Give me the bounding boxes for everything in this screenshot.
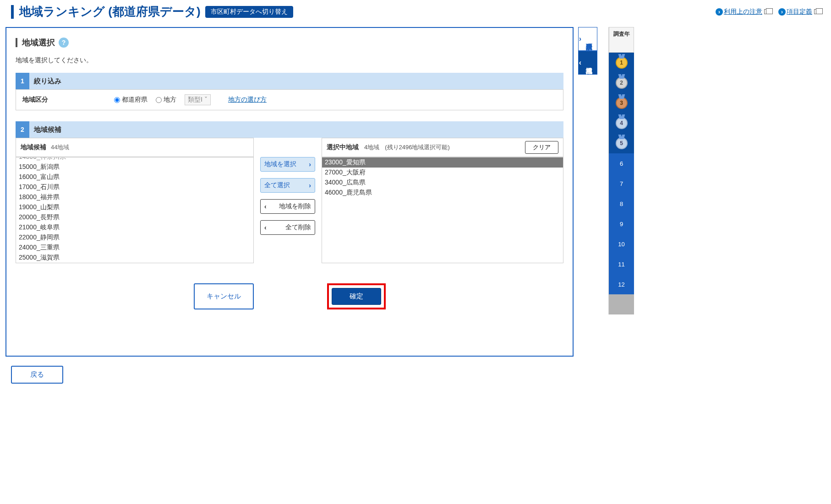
- popout-icon: [764, 9, 770, 14]
- rank-cell[interactable]: 12: [609, 274, 634, 294]
- selected-option[interactable]: 27000_大阪府: [322, 168, 563, 178]
- chevron-left-icon: ‹: [264, 203, 267, 210]
- rank-cell[interactable]: 9: [609, 214, 634, 234]
- link-label: 利用上の注意: [724, 8, 762, 16]
- link-label: 項目定義: [787, 8, 812, 16]
- candidate-option[interactable]: 14000_神奈川県: [16, 157, 253, 162]
- candidate-option[interactable]: 25000_滋賀県: [16, 253, 253, 263]
- transfer-buttons: 地域を選択 › 全て選択 › ‹ 地域を削除 ‹ 全て削除: [260, 157, 315, 235]
- candidate-option[interactable]: 20000_長野県: [16, 212, 253, 222]
- rank-cell-1[interactable]: 1: [609, 53, 634, 73]
- candidate-column: 地域候補 44地域 14000_神奈川県15000_新潟県16000_富山県17…: [16, 138, 254, 263]
- selected-option[interactable]: 23000_愛知県: [322, 157, 563, 168]
- medal-icon: 5: [616, 137, 628, 149]
- radio-label: 都道府県: [122, 96, 148, 104]
- clear-button[interactable]: クリア: [525, 141, 558, 154]
- select-all-button[interactable]: 全て選択 ›: [260, 178, 315, 193]
- rank-cell[interactable]: 7: [609, 173, 634, 194]
- radio-input[interactable]: [114, 97, 120, 103]
- radio-input[interactable]: [156, 97, 162, 103]
- confirm-button[interactable]: 確定: [332, 288, 381, 305]
- region-selection-panel: 地域選択 ? 地域を選択してください。 1 絞り込み 地域区分 都道府県 地方: [5, 27, 574, 357]
- back-button[interactable]: 戻る: [11, 366, 63, 384]
- candidate-option[interactable]: 21000_岐阜県: [16, 222, 253, 233]
- rank-cell-4[interactable]: 4: [609, 113, 634, 133]
- selected-header: 選択中地域 4地域 (残り2496地域選択可能) クリア: [322, 138, 563, 157]
- ranking-header: 調査年: [609, 27, 634, 53]
- select-value: 類型Ⅰ: [188, 96, 202, 103]
- selected-remaining: (残り2496地域選択可能): [385, 143, 450, 152]
- candidate-option[interactable]: 17000_石川県: [16, 182, 253, 192]
- selected-option[interactable]: 46000_鹿児島県: [322, 188, 563, 198]
- tab-display-items[interactable]: 表示項目選択 ›: [578, 27, 597, 51]
- rank-cell[interactable]: 11: [609, 254, 634, 274]
- chevron-left-icon: ‹: [579, 59, 581, 67]
- btn-label: 地域を削除: [279, 202, 311, 211]
- chevron-left-icon: ‹: [264, 224, 267, 231]
- tab-region-selection[interactable]: 地域選択 ‹: [578, 51, 597, 75]
- rank-cell-3[interactable]: 3: [609, 93, 634, 113]
- remove-region-button[interactable]: ‹ 地域を削除: [260, 199, 315, 214]
- selected-option[interactable]: 34000_広島県: [322, 178, 563, 188]
- page-title: 地域ランキング (都道府県データ): [19, 4, 201, 20]
- confirm-highlight: 確定: [327, 283, 386, 309]
- section-title: 絞り込み: [34, 77, 61, 86]
- section-1-bar: 1 絞り込み: [16, 73, 563, 89]
- rank-cell[interactable]: 6: [609, 153, 634, 173]
- candidate-option[interactable]: 22000_静岡県: [16, 233, 253, 243]
- section-2-bar: 2 地域候補: [16, 121, 563, 138]
- rank-cell-5[interactable]: 5: [609, 133, 634, 153]
- field-label: 地域区分: [22, 96, 114, 104]
- section-number: 2: [16, 121, 29, 138]
- candidate-option[interactable]: 24000_三重県: [16, 243, 253, 253]
- instruction-text: 地域を選択してください。: [16, 56, 563, 65]
- candidate-option[interactable]: 19000_山梨県: [16, 202, 253, 212]
- side-tabs: 表示項目選択 › 地域選択 ‹: [578, 27, 597, 75]
- btn-label: 全て削除: [285, 223, 311, 232]
- rank-cell[interactable]: 8: [609, 194, 634, 214]
- candidate-listbox[interactable]: 14000_神奈川県15000_新潟県16000_富山県17000_石川県180…: [16, 157, 254, 263]
- radio-prefecture[interactable]: 都道府県: [114, 96, 148, 104]
- medal-gold-icon: 1: [616, 57, 628, 69]
- ranking-sidebar: 調査年 1 2 3 4 5 6789101112: [608, 27, 634, 314]
- candidate-label: 地域候補: [21, 143, 46, 152]
- rank-cell-2[interactable]: 2: [609, 73, 634, 93]
- medal-icon: 4: [616, 117, 628, 129]
- btn-label: 全て選択: [264, 181, 290, 190]
- medal-silver-icon: 2: [616, 77, 628, 89]
- item-definitions-link[interactable]: › 項目定義: [778, 8, 820, 16]
- select-region-button[interactable]: 地域を選択 ›: [260, 157, 315, 172]
- switch-data-button[interactable]: 市区町村データへ切り替え: [205, 6, 293, 18]
- candidate-option[interactable]: 16000_富山県: [16, 172, 253, 182]
- top-links: › 利用上の注意 › 項目定義: [716, 8, 820, 16]
- region-help-link[interactable]: 地方の選び方: [228, 96, 267, 104]
- chevron-right-icon: ›: [579, 35, 581, 43]
- selected-listbox[interactable]: 23000_愛知県27000_大阪府34000_広島県46000_鹿児島県: [322, 157, 563, 263]
- rank-cell[interactable]: 10: [609, 234, 634, 254]
- narrowing-row: 地域区分 都道府県 地方 類型Ⅰ ˅ 地方の選び方: [16, 89, 563, 110]
- section-title: 地域候補: [34, 125, 61, 134]
- heading-text: 地域選択: [22, 37, 55, 48]
- selected-column: 選択中地域 4地域 (残り2496地域選択可能) クリア 23000_愛知県27…: [322, 138, 563, 263]
- candidate-header: 地域候補 44地域: [16, 138, 254, 157]
- chevron-right-icon: ›: [309, 161, 311, 168]
- transfer-area: 地域候補 44地域 14000_神奈川県15000_新潟県16000_富山県17…: [16, 138, 563, 263]
- candidate-option[interactable]: 15000_新潟県: [16, 162, 253, 172]
- section-number: 1: [16, 73, 29, 89]
- candidate-option[interactable]: 18000_福井県: [16, 192, 253, 202]
- radio-region[interactable]: 地方: [156, 96, 176, 104]
- arrow-icon: ›: [778, 8, 786, 16]
- candidate-count: 44地域: [51, 143, 69, 152]
- panel-heading: 地域選択 ?: [16, 37, 563, 48]
- rank-cell-more[interactable]: [609, 294, 634, 314]
- selected-label: 選択中地域: [327, 143, 359, 152]
- arrow-icon: ›: [716, 8, 723, 16]
- remove-all-button[interactable]: ‹ 全て削除: [260, 220, 315, 235]
- radio-label: 地方: [164, 96, 176, 104]
- help-icon[interactable]: ?: [59, 38, 69, 48]
- type-select-disabled: 類型Ⅰ ˅: [185, 94, 211, 105]
- title-accent: [11, 5, 14, 19]
- cancel-button[interactable]: キャンセル: [194, 283, 254, 309]
- heading-accent: [16, 38, 17, 47]
- usage-notes-link[interactable]: › 利用上の注意: [716, 8, 770, 16]
